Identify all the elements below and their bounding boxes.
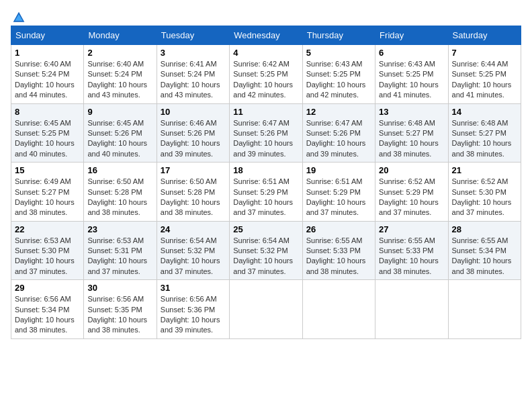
day-number: 26	[306, 224, 371, 234]
day-info: Sunrise: 6:56 AMSunset: 5:34 PMDaylight:…	[15, 295, 75, 334]
logo	[11, 11, 26, 20]
day-number: 13	[379, 107, 444, 117]
calendar-cell: 17 Sunrise: 6:50 AMSunset: 5:28 PMDaylig…	[157, 163, 229, 222]
calendar-cell: 10 Sunrise: 6:46 AMSunset: 5:26 PMDaylig…	[157, 103, 229, 163]
day-number: 25	[233, 224, 298, 234]
calendar-cell	[230, 280, 302, 339]
day-number: 21	[452, 165, 517, 175]
day-info: Sunrise: 6:41 AMSunset: 5:24 PMDaylight:…	[161, 60, 220, 99]
day-info: Sunrise: 6:43 AMSunset: 5:25 PMDaylight:…	[379, 60, 439, 99]
day-number: 27	[379, 224, 444, 234]
calendar-header-sunday: Sunday	[11, 26, 84, 45]
calendar-cell: 3 Sunrise: 6:41 AMSunset: 5:24 PMDayligh…	[157, 45, 229, 104]
calendar-cell: 7 Sunrise: 6:44 AMSunset: 5:25 PMDayligh…	[448, 45, 521, 104]
day-info: Sunrise: 6:56 AMSunset: 5:36 PMDaylight:…	[161, 295, 220, 334]
calendar-table: SundayMondayTuesdayWednesdayThursdayFrid…	[11, 26, 521, 339]
day-info: Sunrise: 6:40 AMSunset: 5:24 PMDaylight:…	[87, 60, 147, 99]
day-info: Sunrise: 6:55 AMSunset: 5:33 PMDaylight:…	[379, 236, 439, 275]
page-header	[11, 11, 521, 20]
calendar-header-thursday: Thursday	[302, 26, 375, 45]
calendar-cell: 19 Sunrise: 6:51 AMSunset: 5:29 PMDaylig…	[302, 163, 375, 222]
day-number: 16	[87, 165, 152, 175]
day-info: Sunrise: 6:52 AMSunset: 5:29 PMDaylight:…	[379, 177, 439, 216]
calendar-cell: 30 Sunrise: 6:56 AMSunset: 5:35 PMDaylig…	[84, 280, 157, 339]
day-number: 9	[87, 107, 152, 117]
day-info: Sunrise: 6:54 AMSunset: 5:32 PMDaylight:…	[233, 236, 293, 275]
calendar-cell	[448, 280, 521, 339]
day-info: Sunrise: 6:53 AMSunset: 5:30 PMDaylight:…	[15, 236, 75, 275]
day-info: Sunrise: 6:47 AMSunset: 5:26 PMDaylight:…	[306, 119, 366, 158]
day-number: 20	[379, 165, 444, 175]
calendar-cell: 16 Sunrise: 6:50 AMSunset: 5:28 PMDaylig…	[84, 163, 157, 222]
day-info: Sunrise: 6:47 AMSunset: 5:26 PMDaylight:…	[233, 119, 293, 158]
calendar-cell: 15 Sunrise: 6:49 AMSunset: 5:27 PMDaylig…	[11, 163, 84, 222]
calendar-cell: 28 Sunrise: 6:55 AMSunset: 5:34 PMDaylig…	[448, 221, 521, 280]
calendar-week-row: 1 Sunrise: 6:40 AMSunset: 5:24 PMDayligh…	[11, 45, 521, 104]
calendar-week-row: 22 Sunrise: 6:53 AMSunset: 5:30 PMDaylig…	[11, 221, 521, 280]
day-number: 31	[161, 283, 226, 293]
calendar-week-row: 29 Sunrise: 6:56 AMSunset: 5:34 PMDaylig…	[11, 280, 521, 339]
day-info: Sunrise: 6:49 AMSunset: 5:27 PMDaylight:…	[15, 177, 75, 216]
calendar-cell: 24 Sunrise: 6:54 AMSunset: 5:32 PMDaylig…	[157, 221, 229, 280]
day-info: Sunrise: 6:40 AMSunset: 5:24 PMDaylight:…	[15, 60, 75, 99]
day-info: Sunrise: 6:52 AMSunset: 5:30 PMDaylight:…	[452, 177, 512, 216]
day-info: Sunrise: 6:50 AMSunset: 5:28 PMDaylight:…	[161, 177, 220, 216]
day-number: 7	[452, 48, 517, 58]
logo-icon	[12, 11, 26, 24]
day-info: Sunrise: 6:45 AMSunset: 5:26 PMDaylight:…	[87, 119, 147, 158]
calendar-cell: 6 Sunrise: 6:43 AMSunset: 5:25 PMDayligh…	[375, 45, 448, 104]
day-info: Sunrise: 6:46 AMSunset: 5:26 PMDaylight:…	[161, 119, 220, 158]
calendar-cell: 4 Sunrise: 6:42 AMSunset: 5:25 PMDayligh…	[230, 45, 302, 104]
day-number: 17	[161, 165, 226, 175]
calendar-cell: 21 Sunrise: 6:52 AMSunset: 5:30 PMDaylig…	[448, 163, 521, 222]
calendar-header-wednesday: Wednesday	[230, 26, 302, 45]
calendar-cell: 29 Sunrise: 6:56 AMSunset: 5:34 PMDaylig…	[11, 280, 84, 339]
day-number: 12	[306, 107, 371, 117]
day-number: 5	[306, 48, 371, 58]
day-number: 8	[15, 107, 80, 117]
calendar-cell: 20 Sunrise: 6:52 AMSunset: 5:29 PMDaylig…	[375, 163, 448, 222]
calendar-week-row: 8 Sunrise: 6:45 AMSunset: 5:25 PMDayligh…	[11, 103, 521, 163]
calendar-header-row: SundayMondayTuesdayWednesdayThursdayFrid…	[11, 26, 521, 45]
day-number: 6	[379, 48, 444, 58]
day-number: 30	[87, 283, 152, 293]
day-number: 15	[15, 165, 80, 175]
day-number: 3	[161, 48, 226, 58]
calendar-header-tuesday: Tuesday	[157, 26, 229, 45]
day-number: 19	[306, 165, 371, 175]
day-number: 1	[15, 48, 80, 58]
day-number: 10	[161, 107, 226, 117]
calendar-header-monday: Monday	[84, 26, 157, 45]
day-number: 14	[452, 107, 517, 117]
day-info: Sunrise: 6:55 AMSunset: 5:34 PMDaylight:…	[452, 236, 512, 275]
day-info: Sunrise: 6:53 AMSunset: 5:31 PMDaylight:…	[87, 236, 147, 275]
calendar-cell: 8 Sunrise: 6:45 AMSunset: 5:25 PMDayligh…	[11, 103, 84, 163]
calendar-cell: 12 Sunrise: 6:47 AMSunset: 5:26 PMDaylig…	[302, 103, 375, 163]
calendar-cell	[375, 280, 448, 339]
calendar-cell: 14 Sunrise: 6:48 AMSunset: 5:27 PMDaylig…	[448, 103, 521, 163]
calendar-cell: 11 Sunrise: 6:47 AMSunset: 5:26 PMDaylig…	[230, 103, 302, 163]
day-info: Sunrise: 6:43 AMSunset: 5:25 PMDaylight:…	[306, 60, 366, 99]
day-info: Sunrise: 6:56 AMSunset: 5:35 PMDaylight:…	[87, 295, 147, 334]
day-info: Sunrise: 6:42 AMSunset: 5:25 PMDaylight:…	[233, 60, 293, 99]
day-number: 22	[15, 224, 80, 234]
calendar-cell	[302, 280, 375, 339]
day-info: Sunrise: 6:44 AMSunset: 5:25 PMDaylight:…	[452, 60, 512, 99]
calendar-cell: 31 Sunrise: 6:56 AMSunset: 5:36 PMDaylig…	[157, 280, 229, 339]
calendar-cell: 18 Sunrise: 6:51 AMSunset: 5:29 PMDaylig…	[230, 163, 302, 222]
day-number: 29	[15, 283, 80, 293]
calendar-cell: 25 Sunrise: 6:54 AMSunset: 5:32 PMDaylig…	[230, 221, 302, 280]
day-info: Sunrise: 6:55 AMSunset: 5:33 PMDaylight:…	[306, 236, 366, 275]
day-info: Sunrise: 6:48 AMSunset: 5:27 PMDaylight:…	[452, 119, 512, 158]
calendar-cell: 2 Sunrise: 6:40 AMSunset: 5:24 PMDayligh…	[84, 45, 157, 104]
day-number: 4	[233, 48, 298, 58]
day-number: 18	[233, 165, 298, 175]
calendar-cell: 27 Sunrise: 6:55 AMSunset: 5:33 PMDaylig…	[375, 221, 448, 280]
day-info: Sunrise: 6:51 AMSunset: 5:29 PMDaylight:…	[233, 177, 293, 216]
calendar-header-saturday: Saturday	[448, 26, 521, 45]
day-info: Sunrise: 6:54 AMSunset: 5:32 PMDaylight:…	[161, 236, 220, 275]
day-number: 28	[452, 224, 517, 234]
calendar-cell: 9 Sunrise: 6:45 AMSunset: 5:26 PMDayligh…	[84, 103, 157, 163]
calendar-cell: 26 Sunrise: 6:55 AMSunset: 5:33 PMDaylig…	[302, 221, 375, 280]
day-number: 24	[161, 224, 226, 234]
